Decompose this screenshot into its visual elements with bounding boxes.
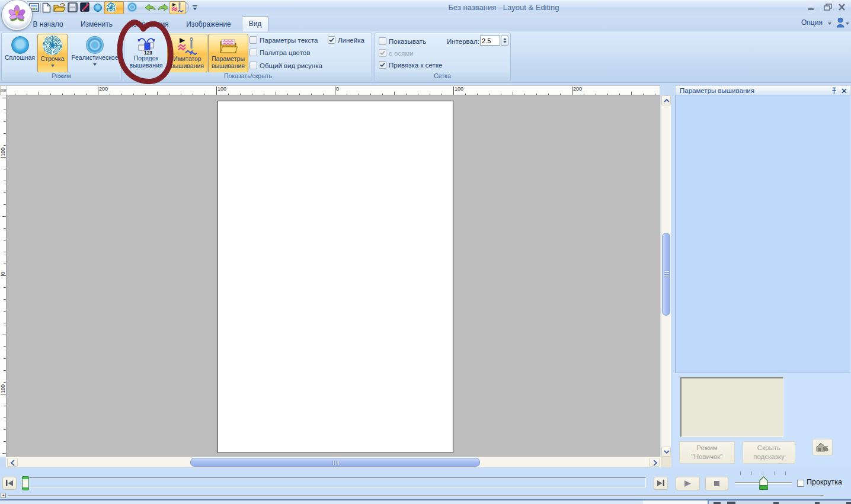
stitch-order-button[interactable]: 123 Порядок вышивания bbox=[126, 34, 167, 73]
option-dropdown-icon[interactable] bbox=[828, 23, 831, 25]
stitch-simulator-icon[interactable] bbox=[171, 2, 184, 16]
horizontal-scrollbar-thumb[interactable] bbox=[190, 458, 480, 467]
checkbox-grid-show[interactable]: Показывать bbox=[379, 37, 438, 46]
play-icon bbox=[684, 480, 692, 487]
checkbox-text-attributes[interactable]: Параметры текста bbox=[249, 36, 327, 44]
checkbox-box[interactable] bbox=[379, 61, 386, 69]
checkbox-grid-axes[interactable]: с осями bbox=[379, 49, 438, 57]
chevron-left-icon bbox=[8, 458, 18, 467]
background-window-fragment bbox=[643, 500, 708, 504]
scroll-left-button[interactable] bbox=[7, 458, 18, 467]
ribbon-group-mode: Сплошная Строчка Реалистическое Режим bbox=[1, 33, 121, 81]
checkbox-box[interactable] bbox=[328, 36, 335, 44]
ruler-tick: 200 bbox=[98, 86, 98, 94]
speed-slider-handle[interactable] bbox=[759, 476, 768, 493]
ruler-tick: 0 bbox=[1, 275, 6, 276]
option-menu[interactable]: Опция bbox=[801, 18, 823, 27]
slider-tick bbox=[774, 471, 775, 475]
checkbox-box[interactable] bbox=[249, 62, 257, 69]
close-button[interactable] bbox=[836, 2, 849, 12]
solid-view-icon[interactable] bbox=[94, 4, 102, 12]
scroll-up-button[interactable] bbox=[661, 95, 671, 105]
minimize-icon bbox=[805, 2, 818, 12]
checkbox-grid-snap[interactable]: Привязка к сетке bbox=[379, 61, 450, 69]
realistic-mode-button[interactable]: Реалистическое bbox=[68, 34, 121, 73]
machine-link-button[interactable] bbox=[812, 439, 833, 455]
user-dropdown-icon[interactable] bbox=[846, 23, 849, 25]
window-title: Без названия - Layout & Editing bbox=[356, 3, 652, 12]
expand-button[interactable]: + bbox=[1, 493, 6, 498]
new-document-icon[interactable] bbox=[42, 2, 51, 15]
undo-icon[interactable] bbox=[144, 3, 156, 15]
stitch-view-icon[interactable] bbox=[106, 2, 116, 12]
user-button[interactable] bbox=[836, 17, 845, 30]
ribbon-group-show-hide: 123 Порядок вышивания Имитатор вышивания bbox=[124, 33, 372, 81]
qat-customize-button[interactable] bbox=[190, 2, 200, 13]
stitch-mode-dropdown-icon[interactable] bbox=[51, 65, 55, 67]
realistic-mode-icon bbox=[86, 36, 104, 54]
stop-button[interactable] bbox=[705, 477, 728, 490]
horizontal-scrollbar[interactable] bbox=[6, 457, 661, 467]
checkbox-design-overview[interactable]: Общий вид рисунка bbox=[249, 62, 332, 70]
solid-mode-icon bbox=[11, 36, 29, 54]
ruler-tick: 200 bbox=[572, 86, 572, 94]
application-window: Без названия - Layout & Editing bbox=[0, 0, 851, 504]
interval-spinner[interactable] bbox=[501, 36, 508, 46]
design-page[interactable] bbox=[217, 101, 453, 453]
stitch-simulator-panel-button[interactable]: Имитатор вышивания bbox=[167, 34, 207, 73]
sewing-attributes-button[interactable]: Параметры вышивания bbox=[208, 34, 248, 73]
minimize-button[interactable] bbox=[805, 2, 818, 12]
chevron-right-icon bbox=[650, 458, 660, 467]
restore-button[interactable] bbox=[821, 2, 834, 12]
hide-hint-button[interactable]: Скрыть подсказку bbox=[743, 441, 795, 464]
sewing-attributes-panel-header: Параметры вышивания bbox=[675, 85, 851, 95]
ruler-tick: 100 bbox=[1, 394, 6, 394]
vertical-scrollbar-thumb[interactable] bbox=[662, 233, 670, 316]
stitch-progress-slider[interactable] bbox=[22, 477, 646, 487]
stitch-simulator-panel-icon bbox=[177, 37, 197, 55]
open-file-icon[interactable] bbox=[53, 2, 66, 15]
checkbox-box[interactable] bbox=[379, 37, 386, 45]
stitch-mode-button[interactable]: Строчка bbox=[37, 34, 68, 73]
tab-image[interactable]: Изображение bbox=[181, 17, 236, 31]
group-label-show-hide: Показать/скрыть bbox=[125, 72, 371, 80]
panel-close-icon[interactable] bbox=[841, 88, 847, 94]
vertical-ruler: 100 0 100 bbox=[0, 95, 7, 457]
realistic-mode-dropdown-icon[interactable] bbox=[93, 63, 97, 66]
go-last-button[interactable] bbox=[654, 477, 668, 490]
pin-icon[interactable] bbox=[831, 87, 837, 95]
design-canvas[interactable] bbox=[7, 95, 660, 457]
vertical-scrollbar[interactable] bbox=[661, 95, 671, 457]
checkbox-ruler[interactable]: Линейка bbox=[328, 36, 369, 44]
bottom-groove bbox=[8, 495, 824, 496]
scrollbar-corner bbox=[661, 457, 671, 467]
checkbox-color-palette[interactable]: Палитра цветов bbox=[249, 49, 327, 57]
save-icon[interactable] bbox=[68, 2, 78, 15]
interval-input[interactable] bbox=[480, 36, 500, 46]
chevron-down-icon bbox=[662, 447, 671, 457]
tab-edit[interactable]: Изменить bbox=[76, 17, 117, 31]
checkbox-box[interactable] bbox=[249, 36, 257, 44]
stitch-order-icon: 123 bbox=[136, 36, 156, 54]
tab-composition[interactable]: Композиция bbox=[123, 17, 174, 31]
play-button[interactable] bbox=[676, 477, 700, 490]
novice-mode-button[interactable]: Режим "Новичок" bbox=[679, 441, 735, 464]
export-image-icon[interactable] bbox=[80, 2, 91, 15]
tab-view[interactable]: Вид bbox=[242, 16, 268, 31]
stitch-mode-icon bbox=[43, 36, 62, 55]
scroll-down-button[interactable] bbox=[661, 447, 671, 457]
hint-preview-box bbox=[680, 377, 783, 437]
group-label-mode: Режим bbox=[2, 72, 120, 80]
scroll-checkbox[interactable] bbox=[797, 480, 804, 487]
checkbox-box[interactable] bbox=[249, 49, 257, 56]
svg-text:123: 123 bbox=[143, 50, 152, 54]
solid-mode-button[interactable]: Сплошная bbox=[3, 34, 37, 73]
spinner-up-icon bbox=[503, 38, 507, 40]
application-button[interactable] bbox=[1, 0, 33, 31]
realistic-view-icon[interactable] bbox=[127, 2, 137, 12]
scroll-right-button[interactable] bbox=[649, 458, 660, 467]
stitch-progress-handle[interactable] bbox=[22, 476, 29, 490]
redo-icon[interactable] bbox=[157, 3, 169, 15]
go-first-button[interactable] bbox=[2, 477, 17, 490]
tab-home[interactable]: В начало bbox=[28, 17, 68, 31]
